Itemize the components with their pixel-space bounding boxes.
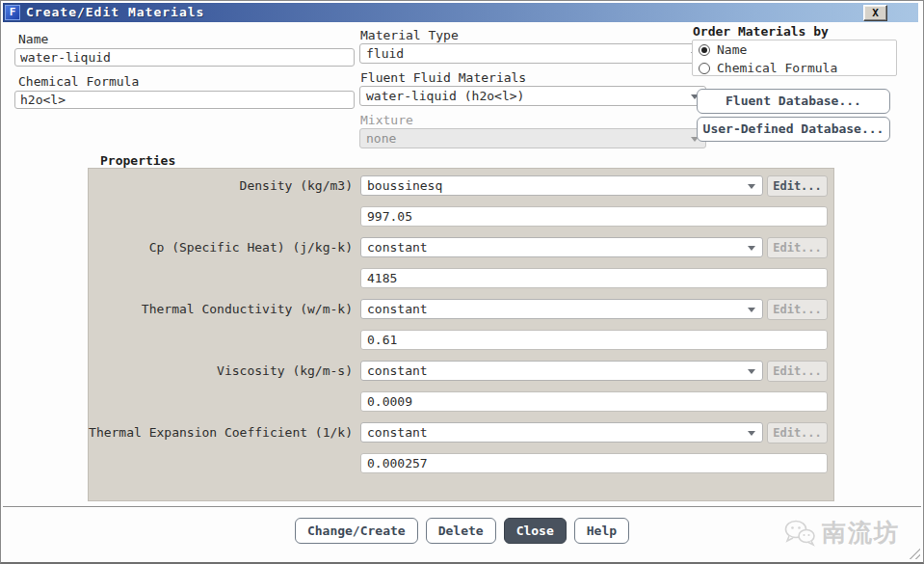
- property-method-value: constant: [367, 425, 428, 440]
- mixture-dropdown: none: [359, 128, 706, 148]
- property-method-dropdown[interactable]: constant: [360, 237, 763, 257]
- fluent-app-icon: F: [5, 5, 20, 20]
- name-label: Name: [18, 32, 48, 46]
- window-title: Create/Edit Materials: [26, 5, 204, 19]
- chemical-formula-input[interactable]: [14, 91, 355, 109]
- property-row-thermal-conductivity-w-m-k: Thermal Conductivity (w/m-k)constantEdit…: [89, 299, 833, 351]
- delete-button[interactable]: Delete: [426, 518, 496, 544]
- mixture-value: none: [366, 131, 396, 146]
- chevron-down-icon: [748, 431, 755, 436]
- property-row-density-kg-m3: Density (kg/m3)boussinesqEdit...: [89, 175, 833, 228]
- mixture-label: Mixture: [360, 113, 413, 127]
- property-label: Viscosity (kg/m-s): [89, 361, 356, 382]
- material-type-label: Material Type: [360, 28, 459, 42]
- name-input[interactable]: [14, 48, 355, 67]
- property-row-cp-specific-heat-j-kg-k: Cp (Specific Heat) (j/kg-k)constantEdit.…: [89, 237, 833, 289]
- help-button[interactable]: Help: [574, 518, 629, 544]
- resize-grip[interactable]: [907, 546, 920, 559]
- radio-icon[interactable]: [699, 44, 710, 56]
- property-label: Density (kg/m3): [89, 175, 356, 197]
- footer-divider: [3, 506, 921, 508]
- edit-button[interactable]: Edit...: [767, 361, 828, 382]
- watermark: 南流坊: [783, 517, 900, 549]
- property-method-value: boussinesq: [367, 178, 442, 193]
- property-label: Thermal Expansion Coefficient (1/k): [89, 422, 356, 443]
- order-materials-by-group: NameChemical Formula: [692, 40, 897, 76]
- property-value-input[interactable]: [360, 268, 828, 288]
- chemical-formula-label: Chemical Formula: [18, 74, 139, 89]
- properties-label: Properties: [100, 153, 175, 168]
- property-method-dropdown[interactable]: constant: [360, 361, 763, 381]
- dialog-body: Name Chemical Formula Material Type flui…: [3, 22, 921, 560]
- fluent-database-button[interactable]: Fluent Database...: [697, 89, 890, 114]
- wechat-icon: [783, 519, 816, 548]
- property-method-dropdown[interactable]: constant: [360, 422, 763, 443]
- property-method-value: constant: [367, 302, 428, 316]
- close-button[interactable]: Close: [504, 518, 567, 544]
- property-method-value: constant: [367, 363, 428, 378]
- radio-option-chemical-formula[interactable]: Chemical Formula: [699, 60, 896, 77]
- property-row-thermal-expansion-coefficient-1-k: Thermal Expansion Coefficient (1/k)const…: [89, 422, 833, 474]
- user-defined-database-button[interactable]: User-Defined Database...: [697, 117, 890, 142]
- close-icon[interactable]: X: [863, 5, 887, 21]
- fluent-fluid-materials-value: water-liquid (h2o<l>): [366, 89, 524, 103]
- material-type-dropdown[interactable]: fluid: [359, 43, 706, 64]
- radio-label: Name: [717, 42, 747, 57]
- property-method-dropdown[interactable]: constant: [360, 299, 763, 319]
- radio-option-name[interactable]: Name: [699, 41, 896, 59]
- property-label: Cp (Specific Heat) (j/kg-k): [89, 237, 356, 258]
- edit-button[interactable]: Edit...: [767, 237, 828, 258]
- properties-panel: Density (kg/m3)boussinesqEdit...Cp (Spec…: [88, 168, 834, 501]
- property-method-value: constant: [367, 240, 428, 255]
- edit-button[interactable]: Edit...: [767, 299, 828, 320]
- property-row-viscosity-kg-m-s: Viscosity (kg/m-s)constantEdit...: [89, 361, 833, 413]
- property-value-input[interactable]: [360, 453, 828, 473]
- edit-button[interactable]: Edit...: [767, 175, 828, 197]
- chevron-down-icon: [748, 308, 755, 312]
- fluent-fluid-materials-dropdown[interactable]: water-liquid (h2o<l>): [359, 86, 706, 106]
- edit-button[interactable]: Edit...: [767, 422, 828, 443]
- property-label: Thermal Conductivity (w/m-k): [89, 299, 356, 320]
- property-method-dropdown[interactable]: boussinesq: [360, 175, 763, 196]
- radio-label: Chemical Formula: [717, 61, 837, 75]
- property-value-input[interactable]: [360, 206, 828, 227]
- property-value-input[interactable]: [360, 330, 828, 350]
- watermark-text: 南流坊: [822, 517, 900, 549]
- title-bar[interactable]: F Create/Edit Materials X: [3, 3, 918, 22]
- create-edit-materials-dialog: F Create/Edit Materials X Name Chemical …: [0, 0, 924, 564]
- fluent-fluid-materials-label: Fluent Fluid Materials: [360, 70, 526, 85]
- material-type-value: fluid: [366, 46, 404, 61]
- chevron-down-icon: [748, 184, 755, 189]
- property-value-input[interactable]: [360, 391, 828, 412]
- chevron-down-icon: [748, 369, 755, 374]
- change-create-button[interactable]: Change/Create: [295, 518, 418, 544]
- chevron-down-icon: [748, 246, 755, 251]
- order-materials-by-label: Order Materials by: [693, 24, 829, 39]
- radio-icon[interactable]: [699, 63, 710, 74]
